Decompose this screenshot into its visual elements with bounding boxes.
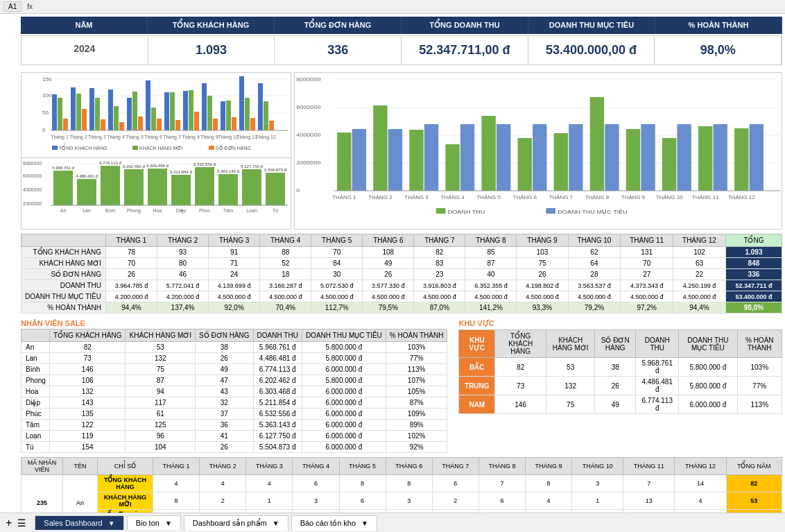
tab-label-sales: Sales Dashboard [44, 519, 102, 527]
col-thang4: THÁNG 4 [260, 234, 311, 247]
svg-text:Tháng 7: Tháng 7 [163, 135, 181, 140]
svg-text:50: 50 [42, 110, 49, 116]
staff-row-an: An8253385.968.761 đ5.800.000 đ103% [21, 342, 447, 353]
spreadsheet-container: A1 fx NĂM TỔNG KHÁCH HÀNG TỔNG ĐƠN HÀNG … [0, 0, 785, 532]
svg-rect-112 [337, 132, 351, 191]
svg-rect-85 [218, 174, 238, 205]
tab-bao-cao[interactable]: Báo cáo tồn kho ▼ [291, 515, 377, 531]
row-doanh-thu: DOANH THU 3.964.785 đ5.772.041 đ4.139.69… [21, 280, 782, 291]
svg-text:150: 150 [42, 76, 52, 83]
svg-text:DOANH THU MỤC TIÊU: DOANH THU MỤC TIÊU [558, 209, 628, 215]
svg-rect-133 [713, 124, 727, 191]
svg-text:Tháng 12: Tháng 12 [255, 135, 276, 140]
svg-text:SỐ ĐƠN HÀNG: SỐ ĐƠN HÀNG [216, 145, 251, 151]
svg-text:THÁNG 1: THÁNG 1 [332, 194, 356, 200]
svg-rect-83 [195, 167, 214, 205]
svg-rect-132 [698, 126, 712, 191]
svg-rect-116 [409, 130, 423, 191]
svg-text:2000000: 2000000 [23, 201, 42, 206]
svg-text:THÁNG 12: THÁNG 12 [728, 194, 755, 200]
svg-text:Tháng 10: Tháng 10 [218, 135, 239, 140]
svg-rect-135 [750, 124, 764, 191]
svg-text:Tháng 4: Tháng 4 [107, 135, 125, 140]
tab-bar: + ☰ Sales Dashboard ▼ Bio ton ▼ Dashboar… [0, 513, 785, 532]
staff-section-title: NHÂN VIÊN SALE [21, 318, 447, 329]
svg-text:THÁNG 5: THÁNG 5 [477, 194, 501, 200]
svg-text:Tháng 9: Tháng 9 [200, 135, 218, 140]
col-thang11: THÁNG 11 [621, 234, 673, 247]
svg-text:6.774.113 đ: 6.774.113 đ [99, 161, 121, 165]
staff-table-section: NHÂN VIÊN SALE TỔNG KHÁCH HÀNG KHÁCH HÀN… [21, 318, 447, 453]
formula-bar: A1 fx [0, 0, 785, 14]
svg-text:4000000: 4000000 [23, 187, 42, 192]
col-tong: TỔNG [725, 234, 782, 247]
col-thang7: THÁNG 7 [414, 234, 465, 247]
svg-text:4000000: 4000000 [296, 132, 320, 138]
svg-rect-129 [641, 124, 655, 191]
header-completion: % HOÀN THÀNH [655, 17, 782, 34]
svg-rect-43 [269, 121, 274, 130]
add-sheet-button[interactable]: + [6, 517, 12, 529]
tab-sales-dashboard[interactable]: Sales Dashboard ▼ [35, 515, 123, 530]
region-section-title: KHU VỰC [458, 318, 782, 329]
tab-label-bioton: Bio ton [136, 519, 159, 527]
svg-text:THÁNG 10: THÁNG 10 [656, 194, 683, 200]
svg-text:An: An [60, 208, 67, 213]
sheet-menu-button[interactable]: ☰ [17, 517, 26, 529]
svg-rect-38 [239, 76, 244, 130]
target-revenue-value: 53.400.000,00 đ [528, 36, 655, 65]
svg-rect-29 [183, 91, 188, 130]
svg-rect-34 [213, 119, 218, 130]
tab-dashboard-sp[interactable]: Dashboard sản phẩm ▼ [184, 515, 288, 531]
tab-bioton[interactable]: Bio ton ▼ [127, 515, 181, 530]
cell-reference[interactable]: A1 [3, 1, 21, 12]
svg-text:Tâm: Tâm [223, 208, 233, 213]
svg-rect-21 [132, 92, 137, 130]
left-chart: 150 100 50 0 [21, 72, 291, 230]
svg-text:100: 100 [42, 92, 52, 98]
region-table: KHU VỰC TỔNG KHÁCH HÀNG KHÁCH HÀNG MỚI S… [458, 329, 782, 414]
svg-rect-87 [242, 169, 261, 205]
svg-rect-41 [258, 83, 263, 130]
row-hoan-thanh: % HOÀN THÀNH 94,4%137,4%92,0%70,4%112,7%… [21, 302, 782, 314]
svg-rect-18 [114, 106, 119, 130]
svg-rect-134 [734, 128, 748, 191]
svg-rect-40 [250, 118, 255, 130]
col-thang3: THÁNG 3 [209, 234, 260, 247]
svg-text:Tháng 1: Tháng 1 [51, 135, 69, 140]
svg-rect-151 [546, 208, 555, 214]
svg-text:5.211.854 đ: 5.211.854 đ [170, 170, 192, 174]
svg-rect-89 [266, 173, 285, 205]
svg-rect-120 [481, 116, 495, 191]
svg-text:DOANH THU: DOANH THU [448, 209, 485, 215]
svg-rect-123 [533, 124, 546, 191]
svg-rect-20 [127, 98, 132, 130]
svg-text:6000000: 6000000 [296, 104, 320, 110]
svg-text:Tú: Tú [273, 208, 278, 213]
svg-text:Phong: Phong [127, 208, 141, 214]
svg-text:Lan: Lan [83, 208, 91, 213]
svg-text:Loan: Loan [246, 208, 257, 213]
svg-rect-9 [58, 98, 62, 130]
region-row-trung: TRUNG 73132264.486.481 đ5.800.000 đ77% [459, 377, 782, 395]
svg-rect-115 [388, 129, 402, 191]
svg-text:Tháng 11: Tháng 11 [236, 135, 257, 140]
staff-row-tam: Tâm122125365.363.143 đ6.000.000 đ89% [21, 420, 447, 431]
header-target-revenue: DOANH THU MỤC TIÊU [528, 17, 655, 34]
summary-values: 2024 1.093 336 52.347.711,00 đ 53.400.00… [21, 35, 782, 65]
svg-rect-61 [209, 146, 214, 150]
header-total-revenue: TỔNG DOANH THU [402, 17, 528, 34]
tab-label-bao-cao: Báo cáo tồn kho [300, 519, 356, 528]
total-revenue-value: 52.347.711,00 đ [402, 36, 528, 65]
svg-rect-59 [132, 146, 138, 150]
svg-rect-32 [202, 83, 207, 130]
svg-text:THÁNG 4: THÁNG 4 [440, 194, 464, 200]
svg-text:Tháng 8: Tháng 8 [182, 135, 200, 140]
svg-rect-26 [164, 92, 169, 130]
svg-rect-24 [151, 108, 156, 130]
svg-rect-15 [95, 98, 100, 130]
col-thang8: THÁNG 8 [465, 234, 517, 247]
svg-rect-8 [52, 94, 57, 130]
header-total-orders: TỔNG ĐƠN HÀNG [275, 17, 402, 34]
svg-text:Bình: Bình [105, 208, 116, 213]
